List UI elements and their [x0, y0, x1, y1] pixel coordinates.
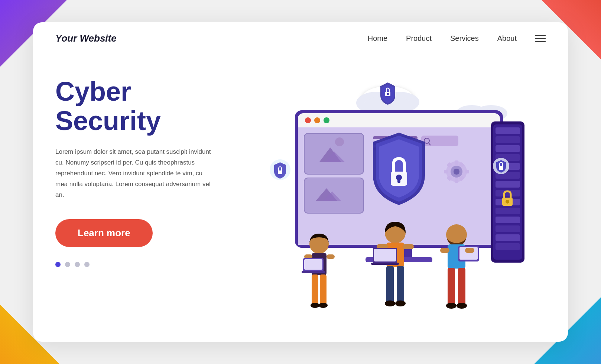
svg-rect-96 — [440, 248, 449, 253]
svg-rect-68 — [312, 274, 318, 304]
navbar: Your Website Home Product Services About — [33, 22, 568, 55]
svg-point-70 — [311, 303, 319, 308]
svg-rect-97 — [465, 248, 474, 253]
svg-rect-54 — [496, 208, 520, 214]
svg-rect-62 — [278, 170, 282, 174]
svg-rect-86 — [374, 249, 396, 261]
dot-1[interactable] — [55, 262, 61, 267]
hamburger-line3 — [535, 41, 546, 42]
svg-rect-45 — [496, 127, 520, 134]
svg-rect-31 — [455, 178, 458, 183]
svg-point-95 — [457, 303, 467, 309]
svg-rect-55 — [496, 217, 520, 223]
hamburger-line1 — [535, 35, 546, 36]
main-illustration — [234, 62, 546, 329]
svg-point-82 — [395, 300, 406, 306]
carousel-dots — [55, 262, 234, 267]
dot-4[interactable] — [84, 262, 90, 267]
svg-rect-33 — [465, 170, 469, 173]
nav-links: Home Product Services About — [368, 34, 546, 43]
svg-rect-57 — [496, 234, 520, 241]
svg-rect-75 — [304, 259, 322, 270]
svg-rect-40 — [397, 178, 400, 183]
nav-services[interactable]: Services — [450, 34, 479, 43]
dot-2[interactable] — [65, 262, 70, 267]
svg-rect-47 — [496, 145, 520, 152]
svg-point-19 — [335, 137, 344, 146]
svg-rect-65 — [499, 166, 503, 170]
main-card: Your Website Home Product Services About… — [33, 22, 568, 342]
svg-point-5 — [387, 93, 389, 95]
svg-rect-80 — [397, 266, 404, 303]
svg-point-15 — [314, 117, 320, 123]
hero-description: Lorem ipsum dolor sit amet, sea putant s… — [55, 147, 211, 200]
svg-point-29 — [454, 169, 459, 175]
nav-home[interactable]: Home — [368, 34, 387, 43]
svg-rect-46 — [496, 136, 520, 143]
svg-rect-79 — [386, 266, 394, 303]
svg-rect-56 — [496, 225, 520, 232]
hero-title-line1: Cyber — [55, 77, 131, 106]
svg-rect-30 — [455, 160, 458, 165]
svg-point-60 — [506, 200, 509, 204]
hero-title-line2: Security — [55, 106, 161, 136]
svg-rect-32 — [444, 170, 448, 173]
svg-rect-73 — [327, 254, 335, 259]
hamburger-line2 — [535, 38, 546, 39]
nav-about[interactable]: About — [497, 34, 517, 43]
svg-rect-93 — [458, 268, 465, 305]
hero-title: Cyber Security — [55, 77, 234, 136]
svg-point-14 — [305, 117, 311, 123]
right-panel — [234, 62, 546, 329]
svg-point-16 — [324, 117, 329, 123]
svg-rect-87 — [371, 263, 399, 265]
svg-rect-24 — [421, 136, 458, 146]
main-content: Cyber Security Lorem ipsum dolor sit ame… — [33, 55, 568, 329]
svg-rect-76 — [302, 271, 325, 273]
svg-rect-69 — [320, 274, 327, 304]
svg-rect-84 — [403, 244, 414, 249]
svg-point-94 — [446, 303, 457, 309]
svg-rect-92 — [448, 268, 455, 305]
left-panel: Cyber Security Lorem ipsum dolor sit ame… — [55, 62, 234, 267]
site-logo[interactable]: Your Website — [55, 33, 117, 44]
svg-point-81 — [385, 300, 395, 306]
hamburger-menu[interactable] — [535, 35, 546, 42]
svg-point-71 — [319, 303, 328, 308]
svg-rect-58 — [496, 243, 520, 250]
dot-3[interactable] — [75, 262, 80, 267]
learn-more-button[interactable]: Learn more — [55, 219, 153, 247]
nav-product[interactable]: Product — [406, 34, 432, 43]
